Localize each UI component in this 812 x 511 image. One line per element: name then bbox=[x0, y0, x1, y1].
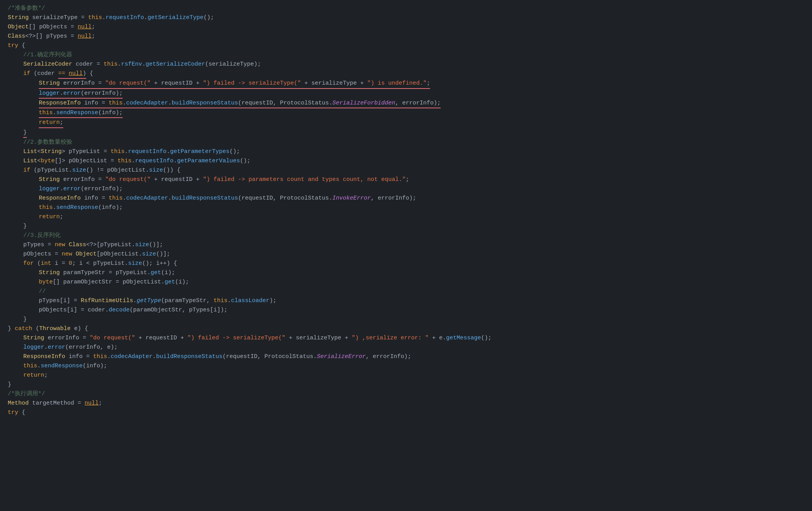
code-text: . bbox=[125, 147, 128, 156]
code-line: byte [] paramObjectStr = pObjectList. ge… bbox=[0, 278, 812, 287]
field-name: classLoader bbox=[231, 296, 269, 305]
code-line: String paramTypeStr = pTypeList. get (i)… bbox=[0, 268, 812, 278]
code-line: if (pTypeList. size () != pObjectList. s… bbox=[0, 166, 812, 175]
code-line: String errorInfo = "do request(" + reque… bbox=[0, 334, 812, 343]
code-line: this . sendResponse (info); bbox=[0, 108, 812, 118]
code-text: } bbox=[23, 315, 27, 324]
keyword: try bbox=[8, 41, 18, 50]
type-name: ResponseInfo bbox=[39, 194, 81, 203]
string-squiggle: ") is undefined." bbox=[367, 79, 427, 89]
code-line: this . sendResponse (info); bbox=[0, 203, 812, 212]
code-text: ( bbox=[32, 324, 39, 333]
code-text: . bbox=[118, 60, 121, 69]
code-text: (requestID, ProtocolStatus. bbox=[238, 194, 332, 203]
method-name: sendResponse bbox=[41, 362, 83, 370]
code-squiggle: info = bbox=[81, 99, 109, 108]
class-name: RsfRuntimeUtils bbox=[81, 296, 133, 305]
code-squiggle bbox=[65, 69, 69, 79]
code-line: logger . error (errorInfo, e); bbox=[0, 343, 812, 352]
code-text: ; bbox=[406, 175, 409, 184]
code-text: . bbox=[167, 147, 170, 156]
code-line: Class <?>[] pTypes = null ; bbox=[0, 32, 812, 41]
italic-squiggle: SerializeForbidden bbox=[332, 99, 395, 108]
code-line: try { bbox=[0, 41, 812, 50]
code-text: info = bbox=[65, 352, 93, 361]
code-line: logger . error (errorInfo); bbox=[0, 89, 812, 99]
code-text: (); i++) { bbox=[142, 259, 177, 268]
code-line: this . sendResponse (info); bbox=[0, 362, 812, 371]
code-editor: /*准备参数*/ String serializeType = this . r… bbox=[0, 0, 812, 421]
code-text: ; bbox=[60, 212, 63, 221]
code-line: String serializeType = this . requestInf… bbox=[0, 13, 812, 23]
code-text: [] pObjects = bbox=[29, 23, 78, 31]
code-text: ; bbox=[44, 371, 48, 380]
code-text: coder = bbox=[72, 60, 104, 69]
string-literal: ") failed -> serializeType(" bbox=[187, 334, 285, 342]
field-name: logger bbox=[23, 343, 44, 352]
null-keyword: null bbox=[78, 23, 92, 31]
field-name: requestInfo bbox=[106, 13, 144, 22]
keyword-this: this bbox=[109, 194, 123, 203]
code-line: //2.参数数量校验 bbox=[0, 138, 812, 147]
code-text: } bbox=[23, 222, 27, 231]
keyword: byte bbox=[41, 156, 55, 165]
type-name: ResponseInfo bbox=[23, 352, 65, 361]
code-text: + e. bbox=[429, 334, 446, 342]
code-text: . bbox=[168, 194, 172, 203]
code-text: } bbox=[8, 380, 11, 389]
field-name: logger bbox=[39, 184, 60, 193]
code-text: (info); bbox=[83, 362, 107, 370]
code-text: <?>[pTypeList. bbox=[86, 240, 135, 249]
code-text: ; bbox=[92, 32, 95, 41]
type-name: Method bbox=[8, 399, 29, 408]
code-squiggle: ; bbox=[427, 79, 430, 89]
code-line: String errorInfo = "do request(" + reque… bbox=[0, 175, 812, 184]
string-literal: ") ,serialize error: " bbox=[352, 334, 429, 342]
comment-text: //2.参数数量校验 bbox=[23, 138, 72, 147]
method-name: sendResponse bbox=[56, 203, 98, 212]
code-text: (requestID, ProtocolStatus. bbox=[222, 352, 317, 361]
type-name: String bbox=[41, 147, 62, 156]
code-text: { bbox=[18, 408, 25, 417]
code-text: < bbox=[37, 156, 41, 165]
method-name: get bbox=[165, 278, 175, 287]
code-squiggle: . bbox=[123, 99, 126, 108]
code-line: // bbox=[0, 287, 812, 296]
type-keyword: Class bbox=[8, 32, 25, 41]
code-line: ResponseInfo info = this . codecAdapter … bbox=[0, 352, 812, 362]
code-line: return ; bbox=[0, 118, 812, 128]
keyword: if bbox=[23, 69, 30, 78]
code-text: . bbox=[37, 362, 41, 370]
code-text: (); bbox=[203, 13, 214, 22]
code-line: } catch ( Throwable e) { bbox=[0, 324, 812, 334]
comment-text: // bbox=[39, 287, 46, 296]
code-text: . bbox=[227, 296, 231, 305]
code-text: info = bbox=[81, 194, 109, 203]
method-name: getParameterTypes bbox=[170, 147, 229, 156]
keyword: return bbox=[39, 212, 60, 221]
keyword: int bbox=[41, 259, 51, 268]
italic-enum: InvokeError bbox=[332, 194, 371, 203]
code-squiggle: . bbox=[60, 89, 63, 99]
field-squiggle: logger bbox=[39, 89, 60, 99]
method-squiggle: buildResponseStatus bbox=[172, 99, 238, 108]
method-squiggle: error bbox=[63, 89, 81, 99]
code-text: pTypes[i] = bbox=[39, 296, 81, 305]
code-squiggle: . bbox=[53, 108, 56, 118]
code-text: targetMethod = bbox=[29, 399, 85, 408]
method-name: size bbox=[128, 259, 142, 268]
code-line: for ( int i = 0 ; i < pTypeList. size ()… bbox=[0, 259, 812, 268]
keyword: if bbox=[23, 166, 30, 175]
code-line: ResponseInfo info = this . codecAdapter … bbox=[0, 194, 812, 203]
code-text: i = bbox=[51, 259, 69, 268]
code-text: ; i < pTypeList. bbox=[72, 259, 128, 268]
code-squiggle: . bbox=[168, 99, 172, 108]
method-name: get bbox=[151, 268, 161, 277]
null-keyword: null bbox=[85, 399, 99, 408]
code-line: String errorInfo = "do request(" + reque… bbox=[0, 79, 812, 89]
type-squiggle: ResponseInfo bbox=[39, 99, 81, 108]
code-squiggle: (errorInfo); bbox=[81, 89, 123, 99]
code-text: . bbox=[144, 13, 147, 22]
type-keyword: Object bbox=[8, 23, 29, 31]
code-line: pObjects = new Object [pObjectList. size… bbox=[0, 250, 812, 259]
